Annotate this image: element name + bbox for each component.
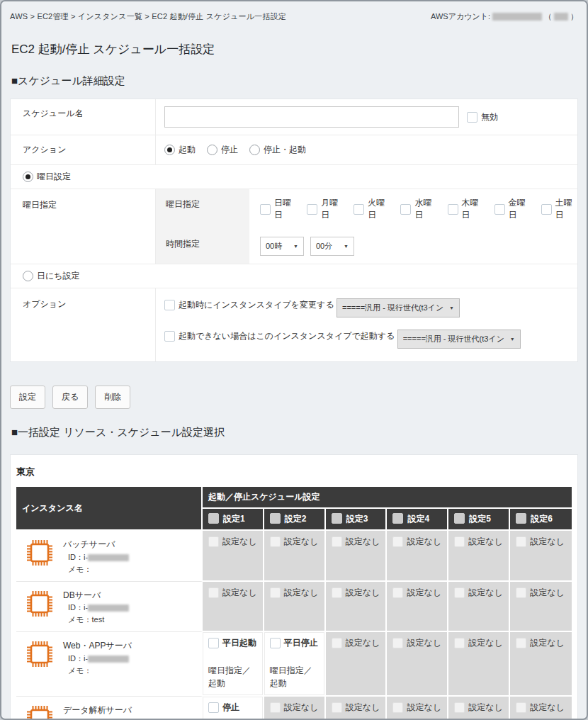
day-friday-checkbox[interactable] [494,204,505,215]
schedule-cell-label: 設定なし [222,587,257,599]
day-thursday-checkbox[interactable] [448,204,458,215]
breadcrumb[interactable]: AWS > EC2管理 > インスタンス一覧 > EC2 起動/停止 スケジュー… [10,11,286,22]
back-button[interactable]: 戻る [52,386,88,409]
instance-name: DBサーバ [63,589,129,602]
setting2-header: 設定2 [264,509,326,531]
redacted-instance-id [88,656,129,663]
schedule-checkbox[interactable] [270,638,281,648]
day-sunday-checkbox[interactable] [260,204,271,215]
day-tuesday-checkbox[interactable] [354,204,364,215]
schedule-checkbox[interactable] [392,587,403,598]
instance-id-line: ID：i- [63,653,132,665]
schedule-checkbox[interactable] [332,702,342,713]
schedule-cell-label: 設定なし [284,702,319,714]
action-stopstart-radio[interactable] [249,145,260,155]
table-row: DBサーバID：i-メモ：test設定なし設定なし設定なし設定なし設定なし設定な… [16,582,572,633]
schedule-checkbox[interactable] [516,587,526,598]
schedule-checkbox[interactable] [208,536,219,547]
schedule-checkbox[interactable] [392,702,403,713]
schedule-checkbox[interactable] [454,638,465,648]
day-thursday-label: 木曜日 [462,197,484,221]
minute-value: 00分 [316,241,332,252]
instance-type-select-2[interactable]: =====汎用 - 現行世代(t3イン ▼ [397,330,521,349]
hour-value: 00時 [266,241,282,252]
setting2-select-all-checkbox[interactable] [270,513,281,524]
schedule-cell: 設定なし [264,697,326,720]
weekday-spec-row: 曜日指定 曜日指定 日曜日 月曜日 火曜日 水曜日 木曜日 金曜日 土曜日 時間 [11,189,577,264]
schedule-checkbox[interactable] [270,536,281,547]
schedule-checkbox[interactable] [332,638,342,648]
date-mode-row: 日にち設定 [11,264,577,288]
schedule-checkbox[interactable] [208,702,219,713]
schedule-checkbox[interactable] [332,536,342,547]
schedule-cell: 設定なし [510,582,572,633]
instance-type-value-2: =====汎用 - 現行世代(t3イン [403,334,504,344]
submit-button[interactable]: 設定 [10,386,45,409]
schedule-checkbox[interactable] [208,638,219,648]
delete-button[interactable]: 削除 [95,386,130,409]
day-monday-checkbox[interactable] [307,204,317,215]
action-start-radio[interactable] [164,145,175,155]
schedule-cell: 設定なし [387,531,448,582]
schedule-checkbox[interactable] [516,638,526,648]
schedule-checkbox[interactable] [392,638,403,648]
instance-cell: バッチサーバID：i-メモ： [16,531,203,582]
schedule-checkbox[interactable] [454,702,465,713]
schedule-cell: 設定なし [264,582,326,633]
minute-select[interactable]: 00分 ▼ [310,237,354,256]
top-bar: AWS > EC2管理 > インスタンス一覧 > EC2 起動/停止 スケジュー… [10,1,578,22]
setting3-select-all-checkbox[interactable] [332,513,342,524]
weekday-row-label: 曜日指定 [11,189,156,264]
date-mode-radio[interactable] [23,271,33,281]
instance-id-line: ID：i- [63,602,129,614]
schedule-cell-label: 設定なし [346,587,380,599]
instance-type-select-1[interactable]: =====汎用 - 現行世代(t3イン ▼ [337,298,460,317]
schedule-cell-subtext: 曜日指定／起動 [270,664,319,690]
schedule-cell-label: 設定なし [468,587,503,599]
setting5-select-all-checkbox[interactable] [454,513,465,524]
setting1-select-all-checkbox[interactable] [208,513,219,524]
action-stop-label: 停止 [221,144,238,156]
schedule-cell-label: 設定なし [407,587,441,599]
fallback-instance-type-label: 起動できない場合はこのインスタンスタイプで起動する [179,330,395,342]
schedule-group-header: 起動／停止スケジュール設定 [203,487,572,509]
disabled-checkbox[interactable] [467,112,477,123]
schedule-checkbox[interactable] [270,587,281,598]
day-friday-label: 金曜日 [509,197,531,221]
schedule-cell-subtext: 曜日指定／起動 [208,664,257,690]
schedule-checkbox[interactable] [392,536,403,547]
day-saturday-checkbox[interactable] [541,204,552,215]
day-wednesday-checkbox[interactable] [400,204,411,215]
schedule-name-input[interactable] [164,106,459,128]
setting3-header: 設定3 [326,509,388,531]
page-title: EC2 起動/停止 スケジュール一括設定 [11,41,578,57]
schedule-checkbox[interactable] [516,536,526,547]
option-row: オプション 起動時にインスタンスタイプを変更する =====汎用 - 現行世代(… [11,288,577,361]
option-label: オプション [11,288,156,361]
schedule-checkbox[interactable] [516,702,526,713]
schedule-checkbox[interactable] [332,587,342,598]
hour-select[interactable]: 00時 ▼ [260,237,304,256]
instance-id-line: ID：i- [63,717,132,720]
schedule-checkbox[interactable] [208,587,219,598]
instance-id-line: ID：i- [63,551,129,563]
setting4-select-all-checkbox[interactable] [392,513,403,524]
schedule-checkbox[interactable] [454,587,465,598]
schedule-cell-label: 設定なし [407,536,441,548]
setting6-select-all-checkbox[interactable] [516,513,526,524]
schedule-name-row: スケジュール名 無効 [11,99,577,135]
ec2-instance-icon [25,538,55,568]
instance-name: データ解析サーバ [63,704,132,717]
schedule-checkbox[interactable] [270,702,281,713]
schedule-name-label: スケジュール名 [11,99,156,135]
setting3-label: 設定3 [346,514,368,524]
schedule-cell-label: 設定なし [407,702,441,714]
change-instance-type-checkbox[interactable] [164,300,175,310]
fallback-instance-type-checkbox[interactable] [164,331,175,342]
weekday-mode-radio[interactable] [23,171,33,182]
instance-cell: データ解析サーバID：i-メモ：win2012 [16,697,203,720]
schedule-checkbox[interactable] [454,536,465,547]
day-saturday-label: 土曜日 [555,197,577,221]
schedule-cell-label: 平日停止 [284,638,318,649]
action-stop-radio[interactable] [207,145,217,155]
